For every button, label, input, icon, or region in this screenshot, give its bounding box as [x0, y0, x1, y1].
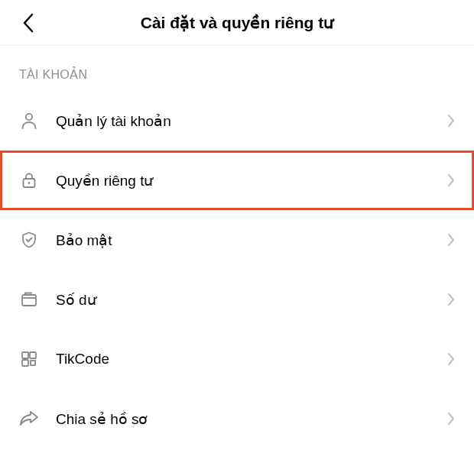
user-icon [19, 111, 39, 131]
chevron-right-icon [447, 352, 455, 366]
settings-item-balance[interactable]: Số dư [0, 270, 474, 329]
svg-point-2 [28, 182, 31, 184]
header: Cài đặt và quyền riêng tư [0, 0, 474, 46]
chevron-right-icon [447, 293, 455, 306]
section-header: TÀI KHOẢN [0, 46, 474, 91]
settings-item-label: TikCode [56, 351, 447, 368]
settings-item-security[interactable]: Bảo mật [0, 210, 474, 270]
settings-list: Quản lý tài khoảnQuyền riêng tưBảo mậtSố… [0, 91, 474, 448]
svg-rect-6 [22, 360, 28, 366]
wallet-icon [19, 290, 39, 309]
settings-item-share-profile[interactable]: Chia sẻ hồ sơ [0, 389, 474, 448]
chevron-left-icon [22, 13, 34, 33]
chevron-right-icon [447, 233, 455, 247]
svg-rect-5 [30, 352, 36, 358]
shield-icon [19, 230, 39, 250]
qrcode-icon [19, 349, 39, 369]
settings-item-label: Số dư [56, 291, 447, 309]
svg-rect-7 [31, 361, 35, 365]
back-button[interactable] [17, 11, 40, 34]
share-icon [19, 409, 39, 429]
chevron-right-icon [447, 173, 455, 187]
settings-item-label: Quyền riêng tư [56, 172, 447, 189]
settings-item-tikcode[interactable]: TikCode [0, 329, 474, 389]
settings-item-label: Bảo mật [56, 232, 447, 249]
settings-item-label: Quản lý tài khoản [56, 112, 447, 130]
svg-rect-4 [22, 352, 28, 358]
settings-item-privacy[interactable]: Quyền riêng tư [0, 151, 474, 210]
svg-point-0 [26, 114, 32, 120]
page-title: Cài đặt và quyền riêng tư [15, 14, 459, 32]
svg-rect-3 [22, 295, 36, 306]
chevron-right-icon [447, 114, 455, 128]
chevron-right-icon [447, 412, 455, 426]
settings-item-manage-account[interactable]: Quản lý tài khoản [0, 91, 474, 151]
lock-icon [19, 170, 39, 190]
settings-item-label: Chia sẻ hồ sơ [56, 410, 447, 428]
